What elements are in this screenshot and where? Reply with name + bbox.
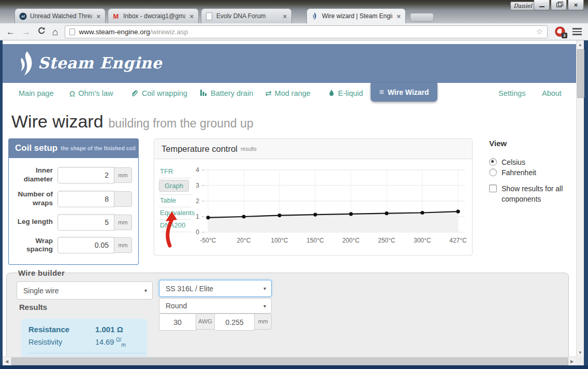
number-of-wraps-input[interactable]	[57, 191, 114, 207]
tab-close-icon[interactable]: ×	[188, 12, 195, 20]
forward-button[interactable]: →	[22, 27, 31, 36]
tab-title: Evolv DNA Forum	[216, 12, 278, 20]
minimize-icon	[539, 5, 545, 7]
radio-icon[interactable]	[489, 168, 497, 176]
nav-coil-wrapping[interactable]: Coil wrapping	[130, 83, 187, 104]
window-border-left	[0, 40, 3, 365]
sidebar-item-table[interactable]: Table	[159, 195, 191, 207]
vertical-scrollbar[interactable]: ▲ ▼	[576, 40, 584, 357]
url-host: www.steam-engine.org	[79, 28, 150, 36]
wire-gauge-group: AWG mm	[159, 314, 272, 331]
gauge-input[interactable]	[159, 314, 196, 331]
svg-text:200°C: 200°C	[342, 237, 360, 244]
bookmark-star-icon[interactable]: ☆	[536, 27, 543, 36]
temperature-control-panel: Temperature control results TFR Graph Ta…	[154, 138, 473, 256]
scroll-up-icon[interactable]: ▲	[577, 40, 584, 49]
svg-text:wf: wf	[21, 15, 25, 18]
svg-text:100°C: 100°C	[271, 237, 288, 244]
radio-celsius[interactable]: Celsius	[489, 157, 576, 167]
browser-tab-wire-wizard[interactable]: Wire wizard | Steam Engin ×	[306, 8, 406, 23]
adblock-extension-icon[interactable]: 3	[554, 26, 566, 37]
nav-settings[interactable]: Settings	[498, 83, 525, 104]
svg-text:1: 1	[196, 213, 199, 220]
brand-title: Steam Engine	[38, 54, 162, 72]
wrap-spacing-input[interactable]	[57, 237, 114, 253]
svg-text:3: 3	[196, 182, 199, 189]
profile-button[interactable]: Daniel	[510, 2, 535, 10]
browser-tab-forum-unread[interactable]: wf Unread Watched Threads ×	[14, 8, 106, 23]
browser-toolbar: ← → ⌂ www.steam-engine.org/wirewiz.asp ☆…	[0, 23, 588, 40]
tab-close-icon[interactable]: ×	[95, 12, 101, 20]
leg-length-input[interactable]	[57, 214, 114, 231]
view-panel-title: View	[489, 139, 507, 148]
url-path: /wirewiz.asp	[150, 28, 188, 36]
nav-about[interactable]: About	[542, 83, 562, 104]
steam-engine-favicon	[311, 12, 319, 20]
omega-icon: Ω	[69, 89, 75, 98]
result-resistivity: Resistivity 14.69 Ω/m	[28, 337, 147, 348]
tab-title: Wire wizard | Steam Engin	[322, 12, 392, 20]
browser-menu-icon[interactable]	[572, 28, 582, 35]
paperclip-icon	[130, 89, 139, 98]
caret-down-icon: ▾	[144, 288, 147, 293]
reload-button[interactable]	[37, 26, 46, 37]
diameter-input[interactable]	[215, 314, 255, 331]
hamburger-icon: ≡	[379, 88, 384, 97]
droplet-icon	[328, 89, 335, 98]
checkbox-show-all-components[interactable]: Show results for all components	[489, 183, 576, 205]
wire-builder-legend: Wire builder	[18, 268, 65, 277]
result-resistance: Resistance 1.001 Ω	[28, 325, 147, 334]
nav-battery-drain[interactable]: Battery drain	[200, 83, 253, 104]
maximize-button[interactable]	[551, 0, 567, 10]
close-button[interactable]: ×	[568, 0, 584, 10]
page-title: Wire wizardbuilding from the ground up	[11, 111, 254, 132]
tab-close-icon[interactable]: ×	[395, 12, 402, 20]
home-button[interactable]: ⌂	[52, 27, 58, 37]
results-heading: Results	[19, 303, 47, 311]
field-inner-diameter: Inner diameter mm	[9, 166, 132, 184]
minimize-button[interactable]	[534, 0, 550, 10]
browser-tab-gmail[interactable]: M Inbox - dwcraig1@gmail.c ×	[108, 8, 199, 23]
checkbox-icon[interactable]	[489, 184, 497, 192]
close-icon: ×	[574, 1, 578, 9]
inner-diameter-input[interactable]	[57, 167, 114, 183]
profile-select[interactable]: Round ▾	[159, 298, 272, 314]
nav-ohms-law[interactable]: Ω Ohm's law	[69, 83, 113, 104]
horizontal-scrollbar[interactable]: ◀ ▶	[3, 357, 576, 365]
sidebar-item-graph[interactable]: Graph	[159, 180, 189, 192]
horizontal-scrollbar-thumb[interactable]	[11, 358, 568, 365]
svg-text:4: 4	[196, 166, 199, 174]
radio-icon[interactable]	[489, 158, 497, 166]
browser-titlebar: wf Unread Watched Threads × M Inbox - dw…	[0, 0, 588, 23]
sidebar-item-tfr[interactable]: TFR	[159, 166, 191, 178]
scroll-left-icon[interactable]: ◀	[3, 357, 11, 365]
arrows-exchange-icon: ⇄	[265, 89, 272, 98]
vertical-scrollbar-thumb[interactable]	[577, 49, 584, 98]
tab-close-icon[interactable]: ×	[282, 12, 288, 20]
temperature-control-header: Temperature control results	[154, 139, 472, 159]
back-button[interactable]: ←	[6, 27, 15, 36]
scroll-down-icon[interactable]: ▼	[577, 348, 584, 357]
radio-fahrenheit[interactable]: Fahrenheit	[489, 167, 576, 178]
field-leg-length: Leg length mm	[9, 214, 132, 231]
new-tab-button[interactable]	[410, 13, 434, 22]
page-icon	[205, 12, 213, 20]
svg-text:20°C: 20°C	[237, 237, 251, 244]
nav-mod-range[interactable]: ⇄ Mod range	[265, 83, 311, 104]
svg-text:150°C: 150°C	[306, 237, 324, 244]
steam-engine-logo-icon	[17, 51, 37, 79]
nav-e-liquid[interactable]: E-liquid	[328, 83, 363, 104]
scroll-right-icon[interactable]: ▶	[568, 357, 576, 365]
browser-tab-evolv[interactable]: Evolv DNA Forum ×	[201, 8, 292, 23]
material-select[interactable]: SS 316L / Elite ▾	[159, 280, 272, 297]
svg-text:300°C: 300°C	[414, 237, 431, 244]
svg-text:250°C: 250°C	[378, 237, 395, 244]
wire-type-select[interactable]: Single wire ▾	[17, 281, 153, 300]
address-bar[interactable]: www.steam-engine.org/wirewiz.asp ☆	[65, 25, 548, 38]
nav-wire-wizard-active[interactable]: ≡ Wire Wizard	[371, 83, 437, 102]
nav-main-page[interactable]: Main page	[19, 83, 54, 104]
red-arrow-annotation	[156, 210, 189, 252]
svg-text:0: 0	[196, 229, 199, 236]
restore-icon	[556, 3, 562, 7]
caret-down-icon: ▾	[263, 303, 266, 309]
